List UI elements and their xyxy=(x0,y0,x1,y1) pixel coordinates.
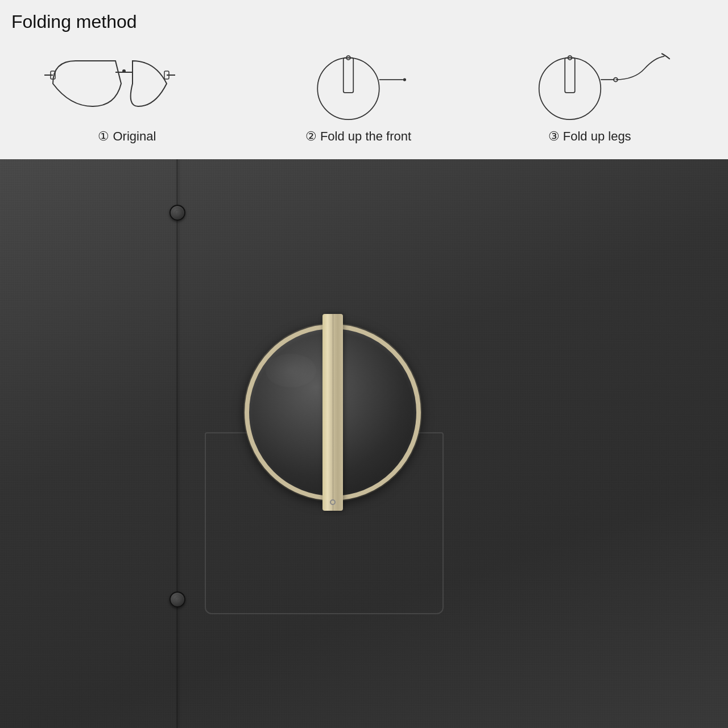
diagram-svg-original xyxy=(42,44,212,123)
svg-rect-7 xyxy=(344,58,354,93)
diagrams-row: ① Original ② Fold up the front xyxy=(11,44,705,144)
folded-glasses xyxy=(245,324,421,500)
page-title: Folding method xyxy=(11,11,705,32)
svg-point-11 xyxy=(539,58,601,120)
diagram-fold-front: ② Fold up the front xyxy=(273,44,444,144)
shirt-button-1 xyxy=(169,205,185,221)
diagram-original: ① Original xyxy=(42,44,212,144)
diagram-label-fold-legs: ③ Fold up legs xyxy=(548,129,631,144)
shirt-button-2 xyxy=(169,592,185,607)
shirt-background xyxy=(0,159,728,728)
diagram-svg-fold-legs xyxy=(504,44,675,123)
diagram-label-original: ① Original xyxy=(98,129,156,144)
bottom-section xyxy=(0,159,728,728)
glasses-hinge xyxy=(330,499,336,505)
diagram-fold-legs: ③ Fold up legs xyxy=(504,44,675,144)
svg-point-3 xyxy=(122,69,126,73)
glasses-nose-bridge xyxy=(322,314,343,511)
shirt-placket xyxy=(176,159,178,728)
diagram-label-fold-front: ② Fold up the front xyxy=(305,129,411,144)
top-section: Folding method ① Original xyxy=(0,0,728,159)
svg-point-9 xyxy=(403,78,406,81)
svg-point-6 xyxy=(317,58,379,120)
diagram-svg-fold-front xyxy=(273,44,444,123)
svg-rect-12 xyxy=(565,58,575,93)
